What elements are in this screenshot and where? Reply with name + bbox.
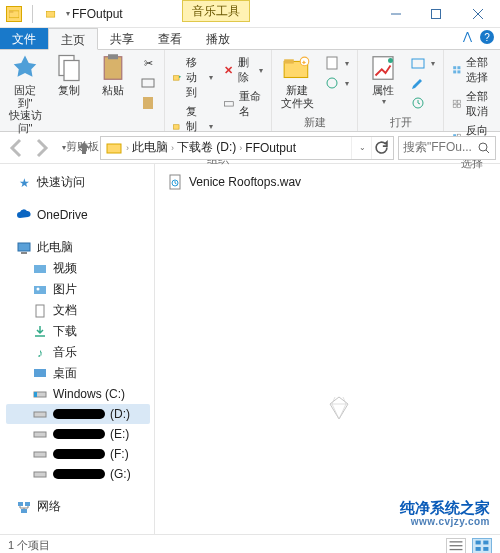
svg-point-45: [37, 287, 40, 290]
svg-point-39: [479, 143, 487, 151]
svg-rect-46: [36, 305, 44, 317]
quick-access-icon: ★: [16, 175, 32, 191]
address-bar[interactable]: › 此电脑 › 下载卷 (D:) › FFOutput ⌄: [100, 136, 394, 160]
status-bar: 1 个项目: [0, 534, 500, 553]
help-icon[interactable]: ?: [480, 30, 494, 44]
drive-icon: [32, 426, 48, 442]
pin-to-quick-access-button[interactable]: 固定到" 快速访问": [4, 52, 46, 137]
cut-button[interactable]: ✂: [136, 54, 160, 72]
breadcrumb-ffoutput[interactable]: FFOutput: [243, 141, 298, 155]
svg-rect-63: [483, 540, 488, 544]
edit-icon: [410, 75, 426, 91]
ribbon-body: 固定到" 快速访问" 复制 粘贴 ✂ 剪贴板 移动到▾ 复制到▾: [0, 50, 500, 132]
app-folder-icon: [6, 6, 22, 22]
refresh-button[interactable]: [371, 137, 391, 159]
back-button[interactable]: [4, 136, 28, 160]
svg-text:✦: ✦: [301, 58, 307, 67]
open-button[interactable]: ▾: [406, 54, 439, 72]
breadcrumb-drive-d[interactable]: 下载卷 (D:): [175, 139, 238, 156]
paste-shortcut-button[interactable]: [136, 94, 160, 112]
svg-rect-4: [432, 9, 441, 18]
svg-rect-41: [18, 243, 30, 251]
qat-folder-icon[interactable]: [43, 6, 59, 22]
file-item[interactable]: Venice Rooftops.wav: [165, 172, 490, 192]
svg-rect-49: [34, 392, 37, 397]
svg-rect-14: [174, 125, 180, 129]
folder-icon: [106, 140, 122, 156]
address-dropdown-button[interactable]: ⌄: [351, 137, 371, 159]
search-box[interactable]: 搜索"FFOu...: [398, 136, 496, 160]
tree-drive-d[interactable]: (D:): [6, 404, 150, 424]
delete-button[interactable]: ✕删除▾: [219, 54, 267, 86]
contextual-tab-music-tools[interactable]: 音乐工具: [182, 0, 250, 22]
tree-this-pc[interactable]: 此电脑: [6, 237, 150, 258]
redacted-label: [53, 469, 105, 479]
rename-icon: [223, 96, 235, 112]
new-folder-button[interactable]: ✦ 新建 文件夹: [276, 52, 318, 111]
new-item-icon: [324, 55, 340, 71]
select-all-button[interactable]: 全部选择: [448, 54, 496, 86]
tab-file[interactable]: 文件: [0, 28, 48, 49]
network-icon: [16, 499, 32, 515]
recent-locations-button[interactable]: ▾: [56, 136, 70, 160]
tree-drive-g[interactable]: (G:): [6, 464, 150, 484]
tree-drive-e[interactable]: (E:): [6, 424, 150, 444]
select-none-button[interactable]: 全部取消: [448, 88, 496, 120]
tree-onedrive[interactable]: OneDrive: [6, 205, 150, 225]
svg-rect-17: [284, 59, 294, 63]
move-to-button[interactable]: 移动到▾: [169, 54, 217, 101]
file-list-area[interactable]: Venice Rooftops.wav: [155, 164, 500, 534]
wav-file-icon: [167, 174, 183, 190]
ribbon-group-organize: 移动到▾ 复制到▾ ✕删除▾ 重命名 组织: [165, 50, 272, 131]
svg-rect-15: [224, 102, 233, 106]
tree-music[interactable]: ♪音乐: [6, 342, 150, 363]
view-details-button[interactable]: [446, 538, 466, 554]
view-icons-button[interactable]: [472, 538, 492, 554]
edit-button[interactable]: [406, 74, 439, 92]
tab-play[interactable]: 播放: [194, 28, 242, 49]
up-button[interactable]: [72, 136, 96, 160]
new-item-button[interactable]: ▾: [320, 54, 353, 72]
svg-point-23: [388, 58, 393, 63]
tree-quick-access[interactable]: ★快速访问: [6, 172, 150, 193]
copy-path-button[interactable]: [136, 74, 160, 92]
minimize-button[interactable]: [376, 0, 416, 28]
new-folder-icon: ✦: [282, 54, 312, 82]
file-name: Venice Rooftops.wav: [189, 175, 301, 189]
breadcrumb-this-pc[interactable]: 此电脑: [130, 139, 170, 156]
paste-shortcut-icon: [140, 95, 156, 111]
pin-icon: [10, 54, 40, 82]
tree-network[interactable]: 网络: [6, 496, 150, 517]
paste-button[interactable]: 粘贴: [92, 52, 134, 99]
svg-rect-1: [9, 10, 13, 12]
tree-documents[interactable]: 文档: [6, 300, 150, 321]
tree-drive-c[interactable]: Windows (C:): [6, 384, 150, 404]
tab-share[interactable]: 共享: [98, 28, 146, 49]
tree-drive-f[interactable]: (F:): [6, 444, 150, 464]
redacted-label: [53, 449, 105, 459]
tab-view[interactable]: 查看: [146, 28, 194, 49]
close-button[interactable]: [456, 0, 500, 28]
copy-button[interactable]: 复制: [48, 52, 90, 99]
music-icon: ♪: [32, 345, 48, 361]
tree-downloads[interactable]: 下载: [6, 321, 150, 342]
qat-dropdown-icon[interactable]: ▾: [66, 9, 70, 18]
history-button[interactable]: [406, 94, 439, 112]
tree-desktop[interactable]: 桌面: [6, 363, 150, 384]
maximize-button[interactable]: [416, 0, 456, 28]
ribbon-group-new: ✦ 新建 文件夹 ▾ ▾ 新建: [272, 50, 358, 131]
svg-rect-31: [457, 100, 460, 103]
tree-pictures[interactable]: 图片: [6, 279, 150, 300]
onedrive-icon: [16, 207, 32, 223]
svg-rect-20: [327, 57, 337, 69]
body-area: ★快速访问 OneDrive 此电脑 视频 图片 文档 下载 ♪音乐 桌面 Wi…: [0, 164, 500, 534]
rename-button[interactable]: 重命名: [219, 88, 267, 120]
easy-access-button[interactable]: ▾: [320, 74, 353, 92]
ribbon-collapse-icon[interactable]: ⋀: [463, 30, 472, 44]
easy-access-icon: [324, 75, 340, 91]
properties-button[interactable]: 属性▾: [362, 52, 404, 108]
svg-rect-33: [457, 105, 460, 108]
tab-home[interactable]: 主页: [48, 28, 98, 50]
tree-videos[interactable]: 视频: [6, 258, 150, 279]
forward-button[interactable]: [30, 136, 54, 160]
